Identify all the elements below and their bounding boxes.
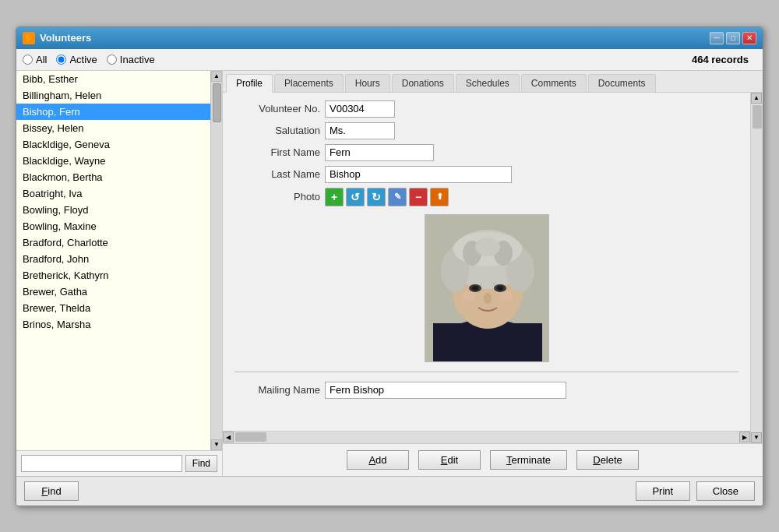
v-scroll-thumb[interactable] xyxy=(753,105,762,129)
print-button[interactable]: Print xyxy=(636,481,690,501)
radio-all-label: All xyxy=(36,54,47,65)
last-name-input[interactable] xyxy=(325,166,512,183)
tab-documents[interactable]: Documents xyxy=(588,74,656,92)
radio-inactive-input[interactable] xyxy=(107,55,117,65)
scroll-up[interactable]: ▲ xyxy=(751,93,762,104)
vertical-scrollbar[interactable]: ▲ ▼ xyxy=(750,93,763,443)
svg-point-17 xyxy=(462,291,476,301)
horizontal-scrollbar[interactable]: ◀ ▶ xyxy=(223,431,750,443)
list-scrollbar[interactable]: ▲ ▼ xyxy=(210,71,222,450)
list-find-input[interactable] xyxy=(21,455,182,472)
profile-tab-content: Volunteer No. Salutation First Name xyxy=(223,93,750,443)
list-panel: Bibb, Esther Billingham, Helen Bishop, F… xyxy=(16,71,223,476)
list-item[interactable]: Billingham, Helen xyxy=(16,87,210,104)
salutation-row: Salutation xyxy=(234,122,738,139)
edit-button[interactable]: Edit xyxy=(418,450,481,470)
app-icon: 🔶 xyxy=(23,32,35,44)
svg-point-18 xyxy=(499,291,513,301)
scroll-right-arrow[interactable]: ▶ xyxy=(739,432,750,442)
radio-inactive[interactable]: Inactive xyxy=(107,54,155,65)
close-button[interactable]: Close xyxy=(696,481,755,501)
title-bar-left: 🔶 Volunteers xyxy=(23,32,91,44)
photo-add-button[interactable]: + xyxy=(325,188,344,206)
scroll-track[interactable] xyxy=(211,82,222,439)
toolbar: All Active Inactive 464 records xyxy=(16,49,763,71)
radio-all[interactable]: All xyxy=(23,54,47,65)
list-item[interactable]: Boatright, Iva xyxy=(16,185,210,202)
first-name-row: First Name xyxy=(234,144,738,161)
bottom-find-area: Find xyxy=(24,481,79,501)
filter-radio-group: All Active Inactive xyxy=(23,54,155,65)
tab-placements[interactable]: Placements xyxy=(274,74,344,92)
tab-profile[interactable]: Profile xyxy=(226,74,273,93)
tab-hours[interactable]: Hours xyxy=(345,74,390,92)
last-name-label: Last Name xyxy=(234,168,320,180)
scroll-thumb[interactable] xyxy=(213,83,221,122)
terminate-button[interactable]: Terminate xyxy=(490,450,567,470)
list-find-button[interactable]: Find xyxy=(185,455,217,472)
delete-button[interactable]: Delete xyxy=(576,450,639,470)
h-scroll-thumb[interactable] xyxy=(235,432,266,442)
photo-rotate-cw-button[interactable]: ↻ xyxy=(367,188,386,206)
title-controls: ─ □ ✕ xyxy=(710,32,756,44)
main-window: 🔶 Volunteers ─ □ ✕ All Active Inactive 4… xyxy=(16,26,763,506)
first-name-label: First Name xyxy=(234,146,320,158)
list-item[interactable]: Brinos, Marsha xyxy=(16,316,210,333)
radio-active[interactable]: Active xyxy=(56,54,97,65)
photo-label: Photo xyxy=(234,191,320,203)
photo-upload-button[interactable]: ⬆ xyxy=(430,188,449,206)
minimize-button[interactable]: ─ xyxy=(710,32,724,44)
main-content: Bibb, Esther Billingham, Helen Bishop, F… xyxy=(16,71,763,476)
radio-active-label: Active xyxy=(69,54,97,65)
scroll-left-arrow[interactable]: ◀ xyxy=(223,432,234,442)
volunteer-no-input[interactable] xyxy=(325,100,395,118)
mailing-name-input[interactable] xyxy=(325,382,566,399)
window-title: Volunteers xyxy=(40,32,91,44)
scroll-down-arrow[interactable]: ▼ xyxy=(211,439,222,450)
v-scroll-track[interactable] xyxy=(751,104,763,432)
bottom-find-button[interactable]: Find xyxy=(24,481,79,501)
salutation-input[interactable] xyxy=(325,122,395,139)
divider xyxy=(234,372,738,372)
svg-point-16 xyxy=(484,293,492,304)
tab-comments[interactable]: Comments xyxy=(521,74,587,92)
list-item[interactable]: Bradford, John xyxy=(16,251,210,267)
title-bar: 🔶 Volunteers ─ □ ✕ xyxy=(16,27,763,49)
list-item[interactable]: Bissey, Helen xyxy=(16,120,210,136)
mailing-name-label: Mailing Name xyxy=(234,384,320,396)
list-item[interactable]: Bradford, Charlotte xyxy=(16,234,210,251)
radio-active-input[interactable] xyxy=(56,55,66,65)
list-item[interactable]: Bretherick, Kathyrn xyxy=(16,267,210,284)
svg-point-15 xyxy=(497,286,503,291)
tab-schedules[interactable]: Schedules xyxy=(456,74,520,92)
photo-edit-button[interactable]: ✎ xyxy=(388,188,407,206)
scroll-up-arrow[interactable]: ▲ xyxy=(211,71,222,82)
photo-rotate-ccw-button[interactable]: ↺ xyxy=(346,188,365,206)
close-window-button[interactable]: ✕ xyxy=(742,32,756,44)
last-name-row: Last Name xyxy=(234,166,738,183)
photo-buttons: + ↺ ↻ ✎ − ⬆ xyxy=(325,188,449,206)
tab-bar: Profile Placements Hours Donations Sched… xyxy=(223,71,763,93)
list-item[interactable]: Brewer, Thelda xyxy=(16,300,210,316)
list-item[interactable]: Blackldige, Wayne xyxy=(16,153,210,169)
add-button[interactable]: Add xyxy=(347,450,409,470)
maximize-button[interactable]: □ xyxy=(726,32,740,44)
list-item[interactable]: Bowling, Maxine xyxy=(16,218,210,234)
volunteer-no-label: Volunteer No. xyxy=(234,103,320,115)
photo-remove-button[interactable]: − xyxy=(409,188,428,206)
list-item[interactable]: Brewer, Gatha xyxy=(16,284,210,300)
list-item[interactable]: Bibb, Esther xyxy=(16,71,210,87)
volunteer-list[interactable]: Bibb, Esther Billingham, Helen Bishop, F… xyxy=(16,71,210,450)
photo-image xyxy=(425,214,549,362)
photo-area xyxy=(234,214,738,362)
tab-donations[interactable]: Donations xyxy=(392,74,454,92)
bottom-bar: Find Print Close xyxy=(16,476,763,506)
list-item[interactable]: Blackmon, Bertha xyxy=(16,169,210,185)
list-item-selected[interactable]: Bishop, Fern xyxy=(16,104,210,120)
list-item[interactable]: Blackldige, Geneva xyxy=(16,136,210,153)
radio-all-input[interactable] xyxy=(23,55,33,65)
scroll-down[interactable]: ▼ xyxy=(751,432,762,443)
list-item[interactable]: Bowling, Floyd xyxy=(16,202,210,218)
detail-panel: Profile Placements Hours Donations Sched… xyxy=(223,71,763,476)
first-name-input[interactable] xyxy=(325,144,434,161)
